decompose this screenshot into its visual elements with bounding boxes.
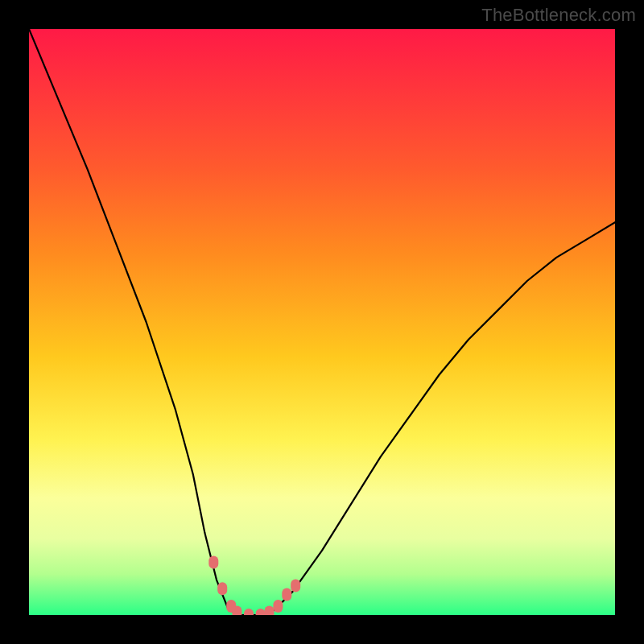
highlight-marker — [273, 600, 283, 613]
watermark-text: TheBottleneck.com — [481, 5, 636, 26]
highlight-marker — [265, 605, 275, 615]
highlight-marker — [256, 609, 266, 615]
plot-area — [29, 29, 615, 615]
curve-svg — [29, 29, 615, 615]
chart-frame: TheBottleneck.com — [0, 0, 644, 644]
highlight-marker — [291, 580, 300, 592]
highlight-marker — [208, 556, 218, 569]
highlight-marker — [232, 605, 242, 615]
bottleneck-curve — [29, 29, 615, 615]
highlight-marker — [282, 588, 291, 601]
highlight-marker — [244, 609, 254, 615]
highlight-markers — [208, 556, 300, 616]
highlight-marker — [217, 582, 227, 595]
